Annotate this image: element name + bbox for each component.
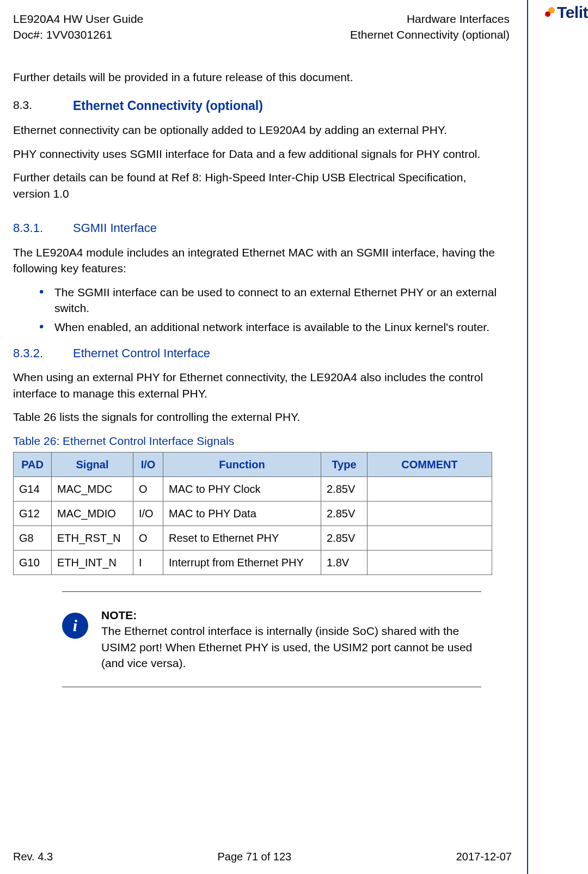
note-body: The Ethernet control interface is intern… — [101, 623, 481, 671]
heading-number: 8.3.2. — [13, 345, 73, 362]
footer-date: 2017-12-07 — [456, 849, 512, 864]
table-header-row: PAD Signal I/O Function Type COMMENT — [14, 453, 492, 477]
cell: 2.85V — [321, 526, 367, 551]
brand-logo: Telit — [545, 1, 588, 24]
paragraph: Table 26 lists the signals for controlli… — [13, 409, 499, 425]
logo-icon — [545, 7, 556, 18]
th-function: Function — [163, 453, 321, 477]
cell — [367, 526, 492, 551]
paragraph: Ethernet connectivity can be optionally … — [13, 122, 499, 138]
th-type: Type — [321, 453, 367, 477]
heading-number: 8.3. — [13, 97, 73, 114]
cell — [367, 551, 492, 575]
table-row: G14 MAC_MDC O MAC to PHY Clock 2.85V — [14, 477, 492, 502]
header-section: Hardware Interfaces — [350, 11, 510, 27]
signals-table: PAD Signal I/O Function Type COMMENT G14… — [13, 452, 492, 575]
th-comment: COMMENT — [367, 453, 492, 477]
heading-3: 8.3.2. Ethernet Control Interface — [13, 345, 499, 362]
heading-3: 8.3.1. SGMII Interface — [13, 220, 499, 237]
cell: ETH_RST_N — [52, 526, 133, 551]
doc-title: LE920A4 HW User Guide — [13, 11, 143, 27]
cell: O — [133, 477, 163, 502]
table-caption: Table 26: Ethernet Control Interface Sig… — [13, 433, 499, 449]
list-item: The SGMII interface can be used to conne… — [39, 284, 499, 316]
cell: 1.8V — [321, 551, 367, 575]
cell: MAC to PHY Data — [163, 502, 321, 526]
note-block: i NOTE: The Ethernet control interface i… — [62, 591, 481, 687]
page-content: Further details will be provided in a fu… — [13, 69, 575, 687]
heading-title: Ethernet Connectivity (optional) — [73, 97, 263, 114]
paragraph: When using an external PHY for Ethernet … — [13, 369, 499, 401]
vertical-divider — [527, 0, 528, 874]
heading-title: SGMII Interface — [73, 220, 157, 237]
cell: 2.85V — [321, 502, 367, 526]
th-signal: Signal — [52, 453, 133, 477]
info-icon: i — [62, 613, 88, 639]
heading-2: 8.3. Ethernet Connectivity (optional) — [13, 97, 499, 114]
doc-number: Doc#: 1VV0301261 — [13, 27, 143, 42]
cell: G12 — [14, 502, 52, 526]
cell: G14 — [14, 477, 52, 502]
cell — [367, 502, 492, 526]
th-pad: PAD — [14, 453, 52, 477]
cell: G10 — [14, 551, 52, 575]
paragraph: Further details can be found at Ref 8: H… — [13, 169, 499, 201]
cell: O — [133, 526, 163, 551]
cell: MAC to PHY Clock — [163, 477, 321, 502]
note-label: NOTE: — [101, 607, 481, 623]
cell: I — [133, 551, 163, 575]
table-row: G8 ETH_RST_N O Reset to Ethernet PHY 2.8… — [14, 526, 492, 551]
footer-page: Page 71 of 123 — [218, 849, 292, 864]
header-subsection: Ethernet Connectivity (optional) — [350, 27, 510, 42]
th-io: I/O — [133, 453, 163, 477]
cell: 2.85V — [321, 477, 367, 502]
cell: MAC_MDIO — [52, 502, 133, 526]
table-row: G10 ETH_INT_N I Interrupt from Ethernet … — [14, 551, 492, 575]
cell: MAC_MDC — [52, 477, 133, 502]
heading-number: 8.3.1. — [13, 220, 73, 237]
cell: G8 — [14, 526, 52, 551]
cell: ETH_INT_N — [52, 551, 133, 575]
page-footer: Rev. 4.3 Page 71 of 123 2017-12-07 — [13, 849, 512, 864]
heading-title: Ethernet Control Interface — [73, 345, 210, 362]
table-row: G12 MAC_MDIO I/O MAC to PHY Data 2.85V — [14, 502, 492, 526]
cell: Reset to Ethernet PHY — [163, 526, 321, 551]
cell: Interrupt from Ethernet PHY — [163, 551, 321, 575]
paragraph: Further details will be provided in a fu… — [13, 69, 499, 85]
bullet-list: The SGMII interface can be used to conne… — [13, 284, 499, 335]
brand-name: Telit — [557, 1, 588, 24]
page-header: LE920A4 HW User Guide Doc#: 1VV0301261 H… — [13, 11, 575, 43]
cell — [367, 477, 492, 502]
paragraph: PHY connectivity uses SGMII interface fo… — [13, 146, 499, 162]
footer-rev: Rev. 4.3 — [13, 849, 53, 864]
cell: I/O — [133, 502, 163, 526]
paragraph: The LE920A4 module includes an integrate… — [13, 245, 499, 277]
list-item: When enabled, an additional network inte… — [39, 319, 499, 335]
